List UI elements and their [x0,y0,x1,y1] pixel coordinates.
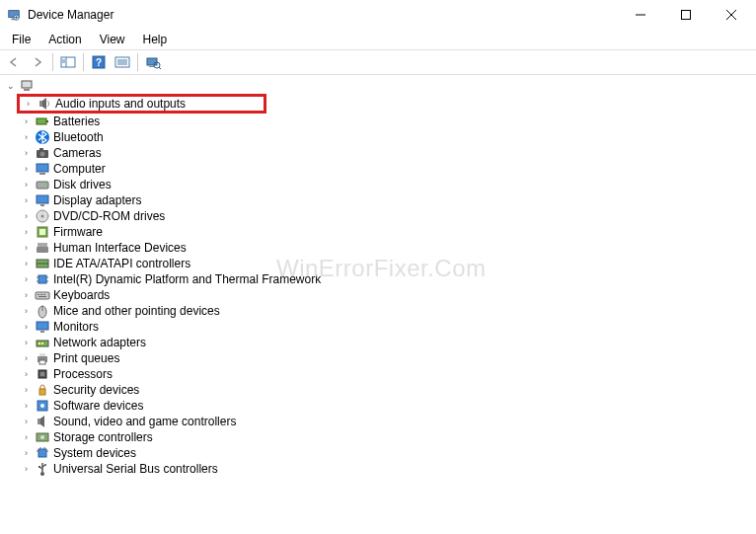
tree-category[interactable]: ›Print queues [2,350,754,366]
firmware-icon [35,224,50,240]
tree-category[interactable]: ›Computer [2,161,754,177]
svg-rect-41 [38,243,47,247]
tree-category[interactable]: ›Display adapters [2,192,754,208]
svg-point-33 [44,184,46,186]
menu-action[interactable]: Action [40,32,89,47]
svg-rect-72 [38,449,46,457]
properties-button[interactable] [111,51,134,73]
expand-icon[interactable]: › [20,258,33,270]
expand-icon[interactable]: › [22,98,35,111]
tree-category[interactable]: ›IDE ATA/ATAPI controllers [2,256,754,271]
tree-category[interactable]: ›Security devices [2,382,754,398]
expand-icon[interactable]: › [20,431,33,444]
category-label: IDE ATA/ATAPI controllers [53,256,190,271]
expand-icon[interactable]: › [20,337,33,349]
expand-icon[interactable]: › [20,115,33,128]
tree-category[interactable]: ›System devices [2,445,754,461]
tree-category[interactable]: ›Intel(R) Dynamic Platform and Thermal F… [2,271,754,287]
camera-icon [35,145,50,161]
svg-rect-63 [39,360,45,364]
menu-file[interactable]: File [4,32,38,47]
category-label: DVD/CD-ROM drives [53,208,165,224]
scan-hardware-button[interactable] [141,51,165,73]
svg-rect-30 [37,164,48,172]
tree-category[interactable]: ›Universal Serial Bus controllers [2,461,754,477]
help-button[interactable]: ? [87,51,111,73]
expand-icon[interactable]: › [20,416,33,428]
category-label: Monitors [53,319,99,335]
device-tree[interactable]: ⌄ ›Audio inputs and outputs›Batteries›Bl… [0,75,756,480]
expand-icon[interactable]: › [20,242,33,255]
tree-category[interactable]: ›Network adapters [2,335,754,350]
category-label: Software devices [53,398,143,414]
system-icon [35,445,50,461]
display-icon [35,192,50,208]
expand-icon[interactable]: › [20,305,33,318]
network-icon [35,335,50,350]
expand-icon[interactable]: › [20,463,33,476]
svg-rect-60 [41,343,43,344]
close-button[interactable] [709,0,754,30]
expand-icon[interactable]: › [20,321,33,334]
titlebar: Device Manager [0,0,756,30]
highlighted-category[interactable]: ›Audio inputs and outputs [17,94,266,114]
show-hide-console-button[interactable] [56,51,80,73]
tree-category[interactable]: ›Mice and other pointing devices [2,303,754,319]
tree-category[interactable]: ›Batteries [2,114,754,129]
tree-category[interactable]: ›Human Interface Devices [2,240,754,256]
expand-icon[interactable]: › [20,194,33,207]
svg-rect-50 [38,294,39,295]
category-label: Cameras [53,145,102,161]
expand-icon[interactable]: › [20,273,33,286]
tree-category[interactable]: ›Audio inputs and outputs [2,94,754,114]
sound-icon [35,414,50,429]
tree-category[interactable]: ›Sound, video and game controllers [2,414,754,429]
tree-category[interactable]: ›Keyboards [2,287,754,303]
maximize-button[interactable] [663,0,709,30]
menu-view[interactable]: View [92,32,133,47]
tree-category[interactable]: ›Processors [2,366,754,382]
monitor-icon [35,319,50,335]
back-button[interactable] [2,51,26,73]
category-label: Sound, video and game controllers [53,414,236,429]
category-label: Display adapters [53,192,141,208]
expand-icon[interactable]: › [20,384,33,397]
tree-category[interactable]: ›DVD/CD-ROM drives [2,208,754,224]
svg-rect-57 [40,331,44,333]
menu-help[interactable]: Help [135,32,176,47]
minimize-button[interactable] [618,0,663,30]
tree-category[interactable]: ›Storage controllers [2,429,754,445]
collapse-icon[interactable]: ⌄ [4,80,17,93]
disk-icon [35,177,50,192]
expand-icon[interactable]: › [20,352,33,365]
expand-icon[interactable]: › [20,147,33,160]
tree-root[interactable]: ⌄ [2,78,754,94]
toolbar-separator [137,53,138,71]
tree-category[interactable]: ›Bluetooth [2,129,754,145]
category-label: System devices [53,445,136,461]
expand-icon[interactable]: › [20,179,33,191]
tree-category[interactable]: ›Cameras [2,145,754,161]
category-label: Security devices [53,382,139,398]
svg-text:?: ? [96,57,102,68]
svg-rect-69 [38,419,40,424]
tree-category[interactable]: ›Software devices [2,398,754,414]
expand-icon[interactable]: › [20,226,33,239]
category-label: Human Interface Devices [53,240,187,256]
expand-icon[interactable]: › [20,289,33,302]
software-icon [35,398,50,414]
expand-icon[interactable]: › [20,447,33,460]
tree-category[interactable]: ›Disk drives [2,177,754,192]
expand-icon[interactable]: › [20,210,33,223]
svg-rect-59 [38,343,40,344]
svg-rect-56 [37,322,48,330]
expand-icon[interactable]: › [20,163,33,176]
expand-icon[interactable]: › [20,400,33,413]
svg-rect-44 [38,275,46,283]
expand-icon[interactable]: › [20,131,33,144]
svg-rect-31 [39,173,45,175]
tree-category[interactable]: ›Firmware [2,224,754,240]
expand-icon[interactable]: › [20,368,33,381]
forward-button[interactable] [26,51,49,73]
tree-category[interactable]: ›Monitors [2,319,754,335]
